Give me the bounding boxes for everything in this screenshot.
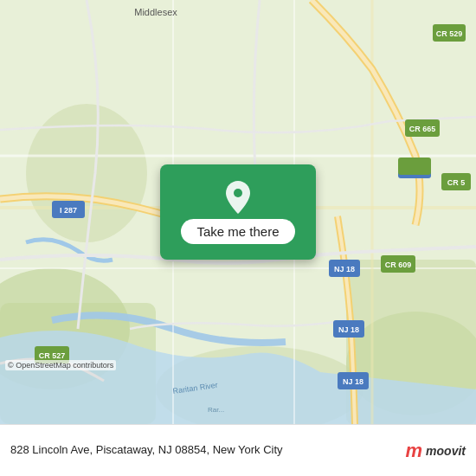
moovit-wordmark: moovit	[426, 444, 466, 458]
bottom-bar: 828 Lincoln Ave, Piscataway, NJ 08854, N…	[0, 424, 476, 476]
address-text: 828 Lincoln Ave, Piscataway, NJ 08854, N…	[10, 442, 406, 458]
moovit-logo: m moovit	[406, 440, 466, 462]
moovit-m-letter: m	[406, 440, 423, 462]
svg-text:CR 5: CR 5	[447, 178, 466, 187]
svg-text:I 287: I 287	[60, 206, 77, 215]
svg-rect-19	[398, 158, 431, 175]
svg-text:NJ 18: NJ 18	[334, 265, 355, 273]
action-card[interactable]: Take me there	[160, 164, 316, 260]
svg-text:NJ 18: NJ 18	[338, 325, 359, 334]
location-pin-icon	[222, 181, 254, 212]
map-container: I 287 I 287 CR 529 CR 665 CR 609 CR 527 …	[0, 0, 476, 424]
take-me-there-button[interactable]: Take me there	[181, 219, 294, 244]
osm-credit: © OpenStreetMap contributors	[5, 360, 116, 370]
svg-text:Middlesex: Middlesex	[134, 7, 177, 17]
svg-text:CR 527: CR 527	[39, 351, 66, 360]
svg-text:Rar...: Rar...	[208, 406, 224, 414]
svg-text:CR 529: CR 529	[436, 29, 463, 38]
svg-text:CR 609: CR 609	[385, 261, 412, 269]
svg-text:CR 665: CR 665	[409, 125, 436, 133]
svg-text:NJ 18: NJ 18	[343, 377, 363, 386]
svg-point-37	[234, 189, 242, 197]
